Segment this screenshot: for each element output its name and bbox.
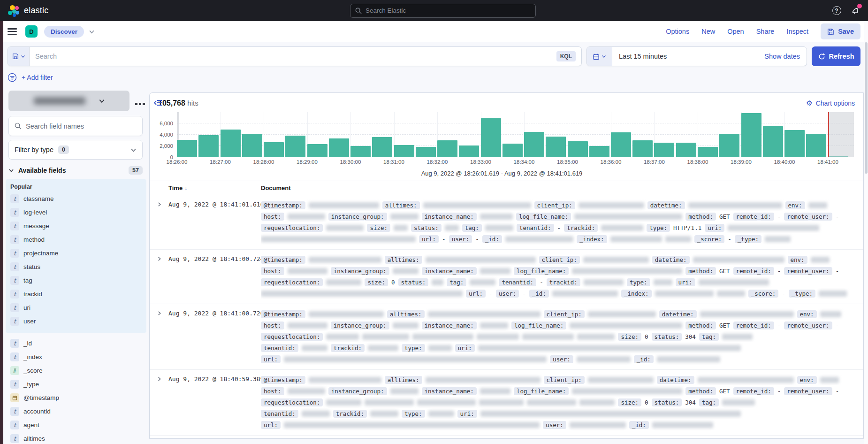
histogram-bar-18:33:30[interactable] [503,144,523,157]
field-item-message[interactable]: tmessage [8,219,144,233]
global-search-input[interactable]: Search Elastic [350,4,536,18]
histogram-bar-18:29:30[interactable] [329,138,349,157]
breadcrumb-chevron-icon[interactable] [89,29,95,35]
histogram-bar-18:38:00[interactable] [698,147,718,157]
breadcrumb-discover[interactable]: Discover [44,26,84,38]
field-item-_type[interactable]: t_type [8,377,143,391]
histogram-bar-18:36:00[interactable] [611,132,631,157]
field-search-input[interactable]: Search field names [8,116,143,136]
field-item-accountid[interactable]: taccountid [8,405,143,418]
date-quick-menu-button[interactable] [587,47,612,66]
histogram-bar-18:31:00[interactable] [394,145,414,157]
refresh-button[interactable]: Refresh [812,46,860,66]
histogram-chart[interactable]: 02,0004,0006,000 18:26:0018:27:0018:28:0… [150,110,863,181]
help-button[interactable]: ? [831,6,842,16]
available-fields-header[interactable]: Available fields 57 [8,166,143,175]
field-item-alltimes[interactable]: talltimes [8,432,143,444]
histogram-bar-18:27:00[interactable] [221,130,241,157]
kql-language-button[interactable]: KQL [556,51,576,61]
field-item-classname[interactable]: tclassname [8,192,144,206]
filter-by-type-select[interactable]: Filter by type 0 [8,140,143,160]
histogram-bar-18:29:00[interactable] [307,144,327,157]
field-item-user[interactable]: tuser [8,314,144,328]
options-link[interactable]: Options [666,28,689,35]
field-item-method[interactable]: tmethod [8,233,144,246]
expand-row-button[interactable] [150,199,168,245]
histogram-bar-18:40:30[interactable] [806,134,826,157]
save-button[interactable]: Save [821,23,860,39]
news-button[interactable] [850,6,860,16]
redacted-value [577,356,631,362]
histogram-bar-18:31:30[interactable] [416,147,436,157]
expand-row-button[interactable] [150,374,168,430]
saved-query-menu-button[interactable] [8,47,30,66]
field-item-_id[interactable]: t_id [8,337,143,350]
expand-row-button[interactable] [150,308,168,365]
show-dates-button[interactable]: Show dates [758,47,807,66]
histogram-bar-18:38:30[interactable] [719,134,739,157]
field-badge-uri: uri: [676,278,695,286]
histogram-bar-18:28:30[interactable] [285,136,305,157]
time-column-header[interactable]: Time ↓ [150,184,261,191]
histogram-bar-18:35:00[interactable] [568,141,588,157]
open-link[interactable]: Open [727,28,744,35]
time-range-value[interactable]: Last 15 minutes [612,47,758,66]
filter-icon[interactable] [8,73,17,82]
kql-query-input[interactable]: Search KQL [30,47,581,66]
field-item-tag[interactable]: ttag [8,274,144,287]
elastic-logo[interactable]: elastic [8,5,48,17]
menu-button[interactable] [8,28,17,35]
histogram-bar-18:34:30[interactable] [546,137,566,157]
histogram-bar-18:35:30[interactable] [589,146,609,157]
add-filter-button[interactable]: + Add filter [22,74,53,81]
field-badge-env: env: [797,310,817,318]
data-view-selector[interactable] [8,91,129,111]
field-item-status[interactable]: tstatus [8,260,144,274]
filter-by-type-label: Filter by type [15,146,53,153]
expand-row-button[interactable] [150,254,168,299]
histogram-bar-18:30:30[interactable] [372,137,392,157]
scrollbar-thumb[interactable] [865,42,868,174]
field-item-log-level[interactable]: tlog-level [8,206,144,219]
window-scrollbar[interactable] [864,21,868,444]
space-avatar[interactable]: D [25,25,38,38]
histogram-bar-18:28:00[interactable] [264,142,284,157]
field-badge-instance_name: instance_name: [422,322,477,329]
share-link[interactable]: Share [756,28,775,35]
histogram-bar-18:26:00[interactable] [177,140,197,157]
text-field-icon: t [10,208,19,217]
histogram-bar-18:32:00[interactable] [437,140,457,157]
histogram-bar-18:34:00[interactable] [524,132,544,157]
histogram-bar-18:39:00[interactable] [741,113,761,157]
redacted-value [326,399,361,406]
field-item-agent[interactable]: tagent [8,418,143,432]
field-item-@timestamp[interactable]: @timestamp [8,391,143,405]
histogram-bar-18:37:00[interactable] [654,143,674,157]
collapse-sidebar-icon[interactable] [154,99,162,107]
field-item-uri[interactable]: turi [8,301,144,314]
chart-options-button[interactable]: ⚙ Chart options [806,99,855,107]
new-link[interactable]: New [701,28,715,35]
field-badge-trackid: trackid: [331,344,365,352]
histogram-bar-18:39:30[interactable] [763,126,783,157]
field-list-options-icon[interactable] [135,99,146,107]
field-item-_score[interactable]: #_score [8,364,143,377]
inspect-link[interactable]: Inspect [786,28,808,35]
histogram-bar-18:36:30[interactable] [632,140,653,157]
field-item-projectname[interactable]: tprojectname [8,246,144,260]
histogram-bar-18:26:30[interactable] [198,135,219,157]
histogram-bar-18:33:00[interactable] [481,118,501,157]
row-timestamp: Aug 9, 2022 @ 18:41:01.616 [168,199,261,245]
number-field-icon: # [10,366,19,375]
histogram-bar-18:32:30[interactable] [459,145,479,157]
field-item-trackid[interactable]: ttrackid [8,287,144,301]
histogram-bar-18:27:30[interactable] [242,134,262,157]
field-badge-remote_user: remote_user: [784,322,832,329]
field-item-_index[interactable]: t_index [8,350,143,364]
histogram-bar-18:40:00[interactable] [784,130,805,157]
histogram-bar-18:37:30[interactable] [676,143,696,157]
field-badge-instance_group: instance_group: [328,387,387,395]
redacted-value [417,399,476,406]
field-badge-status: status: [398,278,429,286]
histogram-bar-18:30:00[interactable] [350,146,371,157]
